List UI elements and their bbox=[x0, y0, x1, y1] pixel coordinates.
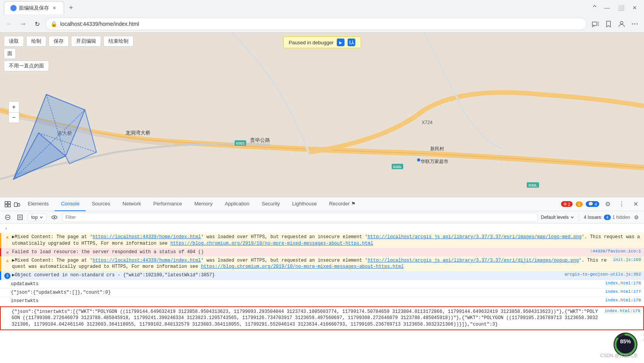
plain-source-2[interactable]: index.html:177 bbox=[599, 289, 641, 294]
console-warning-text-2: ▶Mixed Content: The page at 'https://loc… bbox=[12, 257, 607, 271]
reload-button[interactable]: ↻ bbox=[32, 18, 42, 29]
error-source[interactable]: :44339/favicon.ico:1 bbox=[584, 249, 641, 254]
new-tab-button[interactable]: + bbox=[66, 2, 76, 13]
tab-application[interactable]: Application bbox=[219, 197, 256, 211]
console-info: 3 ▶Object converted in non-standard crs … bbox=[0, 271, 644, 280]
address-bar[interactable]: 🔒 localhost:44339/home/index.html bbox=[46, 18, 587, 30]
tab-performance[interactable]: Performance bbox=[147, 197, 188, 211]
no-direct-button[interactable]: 不用一直点的面 bbox=[4, 61, 49, 71]
face-label: 面 bbox=[4, 48, 16, 59]
browser-chrome: 面编辑及保存 ✕ + — ⬜ ✕ ← → ↻ 🔒 localhost:44339… bbox=[0, 0, 644, 33]
svg-point-4 bbox=[632, 24, 633, 25]
active-tab[interactable]: 面编辑及保存 ✕ bbox=[4, 1, 64, 14]
highlighted-source[interactable]: index.html:179 bbox=[598, 309, 640, 313]
warning-link-5[interactable]: http://localhost/arcgis_js_api/library/3… bbox=[368, 258, 579, 263]
issues-count: 4 bbox=[604, 215, 611, 220]
context-label: top bbox=[31, 215, 38, 220]
save-button[interactable]: 保存 bbox=[49, 36, 69, 47]
warning-link-3[interactable]: https://blog.chromium.org/2019/10/no-mor… bbox=[170, 241, 373, 246]
cast-button[interactable] bbox=[590, 18, 601, 29]
warning-link-1[interactable]: https://localhost:44339/home/index.html bbox=[93, 234, 201, 240]
console-warning-1: ▲ ▶Mixed Content: The page at 'https://l… bbox=[0, 233, 644, 248]
info-badge: 💬 4 bbox=[586, 201, 599, 207]
svg-text:新民村: 新民村 bbox=[430, 146, 444, 151]
eye-button[interactable] bbox=[50, 213, 59, 222]
profile-button[interactable] bbox=[616, 18, 627, 29]
debugger-play-button[interactable]: ▶ bbox=[337, 39, 345, 46]
more-button[interactable] bbox=[629, 18, 640, 29]
svg-marker-35 bbox=[18, 215, 22, 220]
svg-rect-30 bbox=[8, 205, 10, 207]
end-edit-button[interactable]: 结束绘制 bbox=[103, 36, 134, 47]
forward-button[interactable]: → bbox=[18, 18, 29, 29]
bookmark-button[interactable] bbox=[603, 18, 614, 29]
close-button[interactable]: ✕ bbox=[629, 2, 640, 13]
start-edit-button[interactable]: 开启编辑 bbox=[71, 36, 101, 47]
debugger-step-button[interactable] bbox=[348, 39, 355, 46]
warning-link-4[interactable]: https://localhost:44339/home/index.html bbox=[93, 258, 201, 263]
read-button[interactable]: 读取 bbox=[4, 36, 24, 47]
devtools-more-button[interactable]: ⋮ bbox=[616, 199, 627, 210]
plain-source-1[interactable]: index.html:176 bbox=[599, 281, 641, 286]
info-source[interactable]: arcgis-to-geojson-utils.js:352 bbox=[558, 272, 641, 277]
tab-close-button[interactable]: ✕ bbox=[51, 5, 57, 11]
tab-console[interactable]: Console bbox=[55, 197, 86, 211]
warning-link-6[interactable]: https://blog.chromium.org/2019/10/no-mor… bbox=[201, 264, 404, 269]
devtools-close-button[interactable]: ✕ bbox=[630, 199, 641, 210]
address-bar-row: ← → ↻ 🔒 localhost:44339/home/index.html bbox=[0, 15, 644, 32]
hidden-count: 1 hidden bbox=[612, 215, 630, 220]
tab-elements[interactable]: Elements bbox=[22, 197, 55, 211]
plain-source-3[interactable]: index.html:178 bbox=[599, 298, 641, 302]
zoom-out-button[interactable]: − bbox=[8, 112, 19, 123]
svg-point-2 bbox=[592, 27, 593, 27]
console-plain-2: {"json":{"updatawkts":[]},"count":0} ind… bbox=[0, 289, 644, 297]
upload-speed: ↑ 0K/s bbox=[640, 338, 644, 343]
tab-sources[interactable]: Sources bbox=[86, 197, 117, 211]
clear-console-button[interactable] bbox=[3, 213, 12, 222]
error-icon-1: ✕ bbox=[4, 250, 10, 255]
devtools-settings-button[interactable]: ⚙ bbox=[602, 199, 613, 210]
svg-rect-28 bbox=[8, 202, 10, 204]
tab-memory[interactable]: Memory bbox=[188, 197, 219, 211]
svg-point-0 bbox=[12, 6, 15, 10]
svg-rect-32 bbox=[18, 203, 20, 206]
console-output: · ▲ ▶Mixed Content: The page at 'https:/… bbox=[0, 224, 644, 363]
chat-icon: 💬 bbox=[588, 202, 593, 207]
filter-input[interactable] bbox=[62, 213, 538, 222]
warning-link-2[interactable]: http://localhost/arcgis_js_api/library/3… bbox=[368, 234, 582, 240]
back-button[interactable]: ← bbox=[4, 18, 15, 29]
num-badge: 3 bbox=[4, 273, 10, 279]
tab-lighthouse[interactable]: Lighthouse bbox=[286, 197, 323, 211]
tab-security[interactable]: Security bbox=[255, 197, 286, 211]
console-error-text: Failed to load resource: the server resp… bbox=[12, 249, 584, 255]
download-speed: ↓ 0K/s bbox=[640, 332, 644, 338]
device-toggle-button[interactable] bbox=[12, 200, 22, 209]
toolbar-row-2: 面 bbox=[4, 48, 134, 59]
error-count: 2 bbox=[568, 202, 570, 207]
tab-recorder[interactable]: Recorder ⚑ bbox=[323, 197, 362, 211]
pause-on-exceptions-button[interactable] bbox=[15, 213, 25, 222]
minimize-button[interactable]: — bbox=[602, 2, 612, 13]
svg-text:X724: X724 bbox=[422, 120, 433, 125]
chevron-up-icon bbox=[591, 2, 598, 10]
console-plain-text-3: insertwkts bbox=[11, 298, 599, 304]
draw-button[interactable]: 绘制 bbox=[26, 36, 46, 47]
warn-icon-2: ▲ bbox=[4, 258, 10, 264]
context-dropdown[interactable]: top bbox=[28, 213, 47, 221]
tab-network[interactable]: Network bbox=[117, 197, 147, 211]
page-toolbar: 读取 绘制 保存 开启编辑 结束绘制 面 不用一直点的面 bbox=[4, 36, 134, 71]
devtools-panel: Elements Console Sources Network Perform… bbox=[0, 197, 644, 363]
svg-rect-29 bbox=[5, 205, 7, 207]
issues-label: 4 Issues: bbox=[584, 215, 602, 220]
error-badge: ⊗ 2 bbox=[561, 201, 573, 207]
zoom-in-button[interactable]: + bbox=[8, 101, 19, 112]
svg-rect-27 bbox=[5, 202, 7, 204]
svg-point-19 bbox=[417, 158, 420, 161]
warning-source-2[interactable]: init.js:169 bbox=[607, 257, 641, 262]
issues-badge: 4 Issues: 4 1 hidden ⚙ bbox=[584, 213, 641, 222]
tab-title: 面编辑及保存 bbox=[19, 5, 49, 12]
maximize-button[interactable]: ⬜ bbox=[615, 2, 626, 13]
issues-settings-button[interactable]: ⚙ bbox=[632, 213, 641, 222]
console-line: · bbox=[0, 224, 644, 233]
inspect-button[interactable] bbox=[3, 200, 12, 209]
